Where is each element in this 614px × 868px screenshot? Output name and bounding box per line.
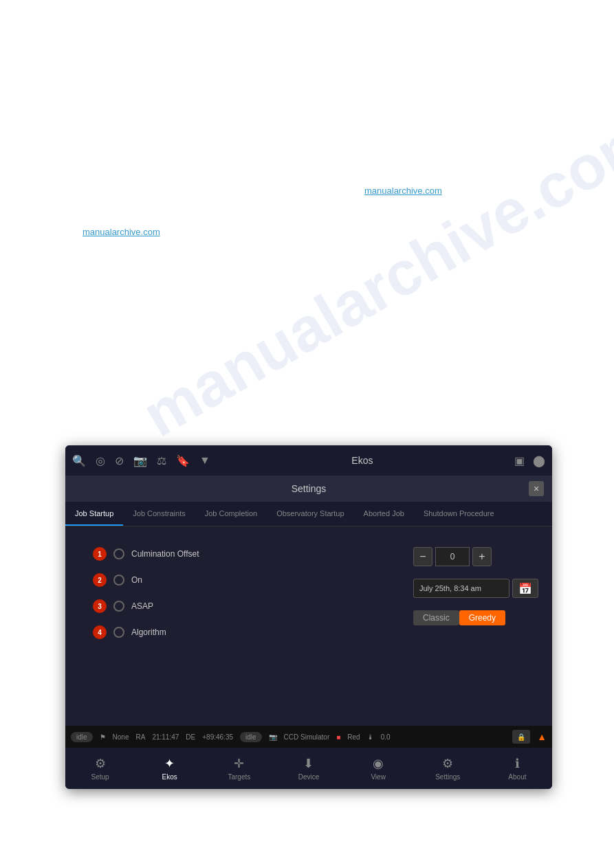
record-icon[interactable]: ⬤ [533,454,545,467]
calendar-button[interactable]: 📅 [512,579,538,598]
tab-job-completion[interactable]: Job Completion [195,502,267,526]
camera-icon[interactable]: 📷 [133,454,147,467]
frame-icon[interactable]: ▣ [514,454,525,467]
ra-label: RA [135,733,145,741]
calendar-icon: 📅 [518,582,532,595]
de-value: +89:46:35 [202,733,233,741]
nav-view[interactable]: ◉ View [344,748,413,789]
ra-value: 21:11:47 [152,733,179,741]
temp-icon: 🌡 [367,733,374,741]
settings-bar: Settings × [65,476,552,502]
date-control: July 25th, 8:34 am 📅 [413,579,538,598]
tab-observatory-startup[interactable]: Observatory Startup [267,502,353,526]
step-badge-1: 1 [93,547,107,561]
settings-title: Settings [89,483,529,494]
radio-on[interactable] [113,575,124,586]
target-icon[interactable]: ◎ [96,454,105,467]
step-badge-3: 3 [93,599,107,613]
radio-asap[interactable] [113,601,124,612]
tab-aborted-job[interactable]: Aborted Job [354,502,414,526]
step-badge-2: 2 [93,573,107,587]
close-button[interactable]: × [529,481,544,496]
setup-icon: ⚙ [95,756,106,771]
targets-label: Targets [228,773,250,781]
radio-algorithm[interactable] [113,627,124,638]
nav-device[interactable]: ⬇ Device [274,748,343,789]
nav-about[interactable]: ℹ About [483,748,552,789]
app-title: Ekos [220,455,505,466]
tab-job-constraints[interactable]: Job Constraints [123,502,195,526]
settings-icon: ⚙ [442,756,453,771]
targets-icon: ✛ [234,756,244,771]
app-window: 🔍 ◎ ⊘ 📷 ⚖ 🔖 ▼ Ekos ▣ ⬤ Settings × Job St… [65,445,552,789]
label-on: On [131,575,413,585]
nav-targets[interactable]: ✛ Targets [204,748,274,789]
date-input[interactable]: July 25th, 8:34 am [413,579,509,598]
mount-icon: ⚑ [100,733,106,741]
label-culmination-offset: Culmination Offset [131,549,413,559]
person-icon[interactable]: ⚖ [157,454,166,467]
mount-label: None [113,733,129,741]
nav-setup[interactable]: ⚙ Setup [65,748,135,789]
step-badge-4: 4 [93,625,107,639]
tab-shutdown-procedure[interactable]: Shutdown Procedure [414,502,504,526]
expand-icon[interactable]: ▲ [537,731,547,742]
toolbar: 🔍 ◎ ⊘ 📷 ⚖ 🔖 ▼ Ekos ▣ ⬤ [65,445,552,476]
view-icon: ◉ [373,756,384,771]
device-label: Device [298,773,320,781]
controls-list: − 0 + July 25th, 8:34 am 📅 Classic Greed… [413,547,538,712]
page-background: manualarchive.com manualarchive.com manu… [0,0,614,868]
temp-value: 0.0 [381,733,391,741]
watermark: manualarchive.com [131,101,614,451]
bottom-nav: ⚙ Setup ✦ Ekos ✛ Targets ⬇ Device ◉ View… [65,748,552,789]
view-label: View [371,773,386,781]
filter-label: Red [347,733,360,741]
algorithm-toggle: Classic Greedy [413,610,505,625]
radio-culmination-offset[interactable] [113,548,124,559]
label-asap: ASAP [131,601,413,611]
counter-minus-button[interactable]: − [413,547,432,566]
toggle-control: Classic Greedy [413,610,538,625]
link-text-2[interactable]: manualarchive.com [364,186,442,196]
tabs-bar: Job Startup Job Constraints Job Completi… [65,502,552,526]
de-label: DE [186,733,195,741]
option-row-1: 1 Culmination Offset [93,547,413,561]
nav-settings[interactable]: ⚙ Settings [413,748,483,789]
option-row-3: 3 ASAP [93,599,413,613]
about-label: About [508,773,526,781]
option-row-2: 2 On [93,573,413,587]
link-text-1[interactable]: manualarchive.com [83,227,160,237]
classic-button[interactable]: Classic [413,610,459,625]
option-row-4: 4 Algorithm [93,625,413,639]
device-icon: ⬇ [303,756,314,771]
content-area: 1 Culmination Offset 2 On 3 ASAP [65,526,552,726]
camera-icon: 📷 [269,733,277,741]
compass-icon[interactable]: ⊘ [115,454,124,467]
status-bar: idle ⚑ None RA 21:11:47 DE +89:46:35 idl… [65,726,552,748]
filter-icon: ■ [336,733,340,741]
options-list: 1 Culmination Offset 2 On 3 ASAP [93,547,413,712]
counter-display: 0 [435,547,470,566]
search-icon[interactable]: 🔍 [72,454,86,467]
camera-label: CCD Simulator [284,733,330,741]
counter-control: − 0 + [413,547,538,566]
idle-badge-1: idle [71,732,93,742]
toolbar-right: ▣ ⬤ [514,454,545,467]
label-algorithm: Algorithm [131,627,413,637]
counter-plus-button[interactable]: + [472,547,492,566]
about-icon: ℹ [515,756,520,771]
filter-icon[interactable]: ▼ [199,454,210,467]
tab-job-startup[interactable]: Job Startup [65,502,123,526]
ekos-icon: ✦ [164,756,175,771]
lock-button[interactable]: 🔒 [512,730,530,744]
setup-label: Setup [91,773,109,781]
idle-badge-2: idle [240,732,262,742]
ekos-label: Ekos [162,773,177,781]
bookmark-icon[interactable]: 🔖 [176,454,190,467]
greedy-button[interactable]: Greedy [459,610,505,625]
settings-label: Settings [435,773,460,781]
nav-ekos[interactable]: ✦ Ekos [135,748,204,789]
